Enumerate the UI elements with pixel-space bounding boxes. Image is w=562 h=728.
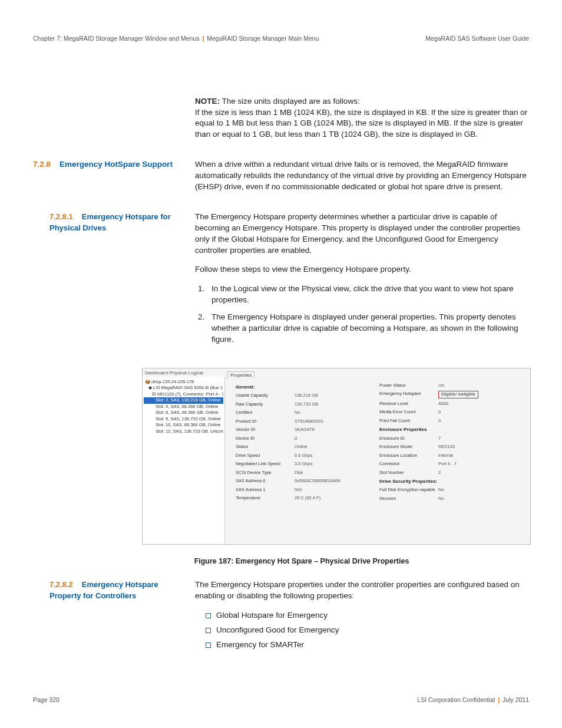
subsection-p1: The Emergency Hotspare property determin… [195, 212, 529, 256]
property-value: 136.733 GB [295, 401, 318, 408]
emergency-hotspare-value: Eligible/ Ineligible [438, 391, 478, 398]
note-block: NOTE: The size units displayed are as fo… [33, 96, 529, 149]
property-value: 3.0 Gbps [295, 461, 312, 467]
section-body: When a drive within a redundant virtual … [195, 159, 529, 193]
property-key: Temperature [236, 495, 295, 502]
property-key: Device ID [236, 436, 295, 442]
subsection-number: 7.2.8.2 [49, 580, 73, 589]
bullet-item: Emergency for SMARTer [206, 640, 529, 651]
tree-item[interactable]: Slot: 4, SAS, 68.366 GB, Online [144, 404, 223, 410]
property-row: Slot Number2 [379, 470, 523, 476]
properties-tab[interactable]: Properties [227, 371, 254, 378]
footer-right: LSI Corporation Confidential | July 2011 [417, 696, 529, 704]
property-key: Enclosure Model [379, 444, 438, 450]
properties-left-col: General:Usable Capacity136.218 GBRaw Cap… [236, 383, 379, 504]
footer-page: Page 320 [33, 696, 59, 704]
properties-right-col: Power StatusOnEmergency HotspareEligible… [379, 383, 523, 504]
header-left: Chapter 7: MegaRAID Storage Manager Wind… [33, 34, 319, 43]
bullet-list: Global Hotspare for Emergency Unconfigur… [195, 610, 529, 651]
header-right: MegaRAID SAS Software User Guide [425, 34, 529, 43]
property-row: Pred Fail Count0 [379, 418, 523, 424]
property-value: 136.218 GB [295, 393, 318, 399]
header-chapter: Chapter 7: MegaRAID Storage Manager Wind… [33, 35, 199, 42]
section-7-2-8: 7.2.8 Emergency HotSpare Support When a … [33, 159, 529, 201]
property-key: SCSI Device Type [236, 470, 295, 476]
property-value: No [438, 496, 444, 502]
divider-bar-icon: | [202, 35, 204, 42]
property-row: Full Disk Encryption capableNo [379, 487, 523, 493]
property-key: Vendor ID [236, 427, 295, 433]
property-row: Raw Capacity136.733 GB [236, 401, 379, 408]
property-value: MD1120 [438, 444, 455, 450]
property-key: Media Error Count [379, 409, 438, 416]
property-row: ConnectorPort 4 - 7 [379, 461, 523, 467]
property-value: 0 [438, 409, 441, 416]
property-row: Power StatusOn [379, 383, 523, 389]
property-value: Internal [438, 453, 453, 459]
tree-item[interactable]: Slot: 12, SAS, 136.733 GB, Unconfigured … [144, 429, 223, 435]
header-section: MegaRAID Storage Manager Main Menu [207, 35, 319, 42]
property-key: Raw Capacity [236, 401, 295, 408]
figure-screenshot: Dashboard Physical Logical 📦 dhcp-135-24… [142, 368, 531, 545]
divider-bar-icon: | [498, 696, 500, 703]
property-key: Slot Number [379, 470, 438, 476]
property-key: Status [236, 444, 295, 450]
property-value: On [438, 383, 444, 389]
subsection-p2: Follow these steps to view the Emergency… [195, 264, 529, 275]
property-row: Revision LevelA002 [379, 401, 523, 407]
note-paragraph: NOTE: The size units displayed are as fo… [195, 96, 529, 141]
property-row: Usable Capacity136.218 GB [236, 393, 379, 399]
property-value: A002 [438, 401, 449, 407]
property-row: Emergency HotspareEligible/ Ineligible [379, 391, 523, 398]
tree-controller: LSI MegaRAID SAS 9260-8i (Bus 1,Dev 0) [153, 385, 223, 390]
property-value: 7 [438, 436, 441, 442]
page-header: Chapter 7: MegaRAID Storage Manager Wind… [33, 34, 529, 43]
property-key: Usable Capacity [236, 393, 295, 399]
property-key: Emergency Hotspare [379, 391, 438, 398]
property-value: 0 [438, 418, 441, 424]
page-footer: Page 320 LSI Corporation Confidential | … [33, 696, 529, 704]
property-row: Drive Speed6.0 Gbps [236, 453, 379, 459]
note-body: If the size is less than 1 MB (1024 KB),… [195, 108, 527, 139]
subsection-body: The Emergency Hotspare properties under … [195, 579, 529, 602]
property-key: SAS Address 1 [236, 487, 295, 493]
property-value: 2 [438, 470, 441, 476]
property-key: Full Disk Encryption capable [379, 487, 438, 493]
property-key: Secured [379, 496, 438, 502]
steps-list: In the Logical view or the Physical view… [195, 284, 529, 345]
tree-item[interactable]: Slot: 8, SAS, 68.366 GB, Online [144, 410, 223, 416]
footer-confidential: LSI Corporation Confidential [417, 696, 495, 703]
tree-root: dhcp-135-24-228-178 [151, 379, 194, 384]
property-key: Revision Level [379, 401, 438, 407]
section-number: 7.2.8 [33, 160, 51, 169]
property-key: Product ID [236, 419, 295, 425]
step-1: In the Logical view or the Physical view… [207, 284, 529, 306]
property-value: Disk [295, 470, 303, 476]
property-value: 0 [295, 436, 297, 442]
footer-date: July 2011 [503, 696, 529, 703]
property-key: Power Status [379, 383, 438, 389]
device-tree: 📦 dhcp-135-24-228-178 ◆ LSI MegaRAID SAS… [143, 377, 225, 545]
property-row: Temperature28 C (82.4 F) [236, 495, 379, 502]
step-2: The Emergency Hotspare is displayed unde… [207, 312, 529, 345]
tree-item[interactable]: Slot: 9, SAS, 136.733 GB, Online [144, 416, 223, 423]
property-row: StatusOnline [236, 444, 379, 450]
property-row: Vendor IDSEAGATE [236, 427, 379, 433]
property-section-header: Enclosure Properties [379, 426, 523, 433]
property-key: Pred Fail Count [379, 418, 438, 424]
property-row: Enclosure ModelMD1120 [379, 444, 523, 450]
property-row: Enclosure LocationInternal [379, 453, 523, 459]
property-key: SAS Address 0 [236, 478, 295, 485]
property-value: No [295, 410, 300, 416]
section-7-2-8-2: 7.2.8.2 Emergency Hotspare Property for … [33, 579, 529, 654]
tree-item-selected[interactable]: Slot: 2, SAS, 136.218 GB, Online [144, 397, 223, 404]
property-row: Product IDST9146803SS [236, 419, 379, 425]
subsection-number: 7.2.8.1 [49, 212, 73, 221]
properties-panel: General:Usable Capacity136.218 GBRaw Cap… [227, 379, 529, 508]
property-key: Enclosure ID [379, 436, 438, 442]
tree-item[interactable]: Slot: 10, SAS, 68.366 GB, Online [144, 422, 223, 429]
property-section-header: General: [236, 384, 379, 390]
property-value: Port 4 - 7 [438, 461, 457, 467]
section-7-2-8-1: 7.2.8.1 Emergency Hotspare for Physical … [33, 212, 529, 354]
property-value: 6.0 Gbps [295, 453, 312, 459]
